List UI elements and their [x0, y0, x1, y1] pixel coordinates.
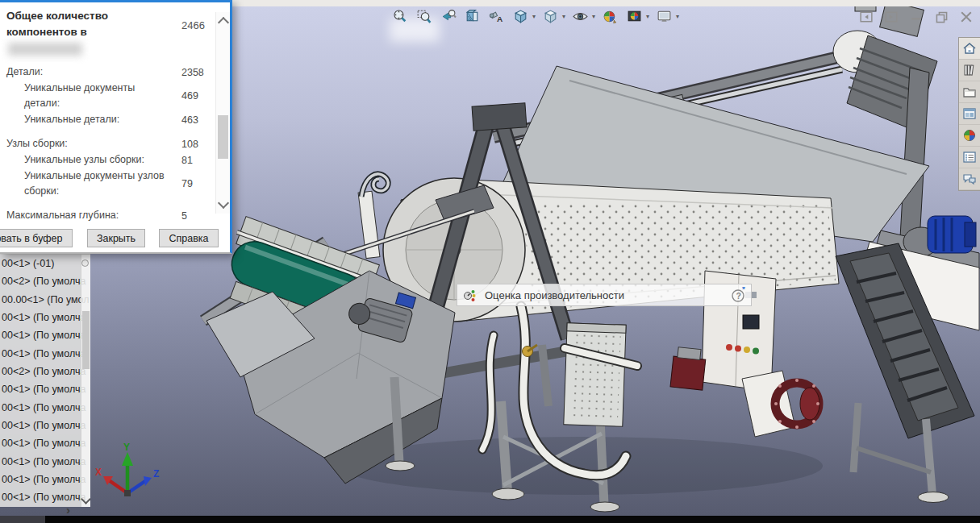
feature-tree-item[interactable]: 00<1> (По умолча: [0, 380, 90, 398]
gearmotor: [833, 6, 937, 131]
stat-value: 469: [181, 89, 198, 104]
pane-toggle-right-button[interactable]: [884, 10, 899, 24]
display-style-dropdown[interactable]: ▾: [562, 13, 565, 20]
taskpane-file-explorer-button[interactable]: [959, 81, 980, 103]
pipe-flange: [742, 371, 819, 437]
section-view-icon: [464, 8, 481, 25]
stat-value: 2358: [181, 64, 204, 80]
stat-label: Уникальные детали:: [6, 112, 165, 127]
taskpane-appearances-button[interactable]: [959, 125, 980, 147]
silver-rail: [248, 211, 474, 285]
stat-value: 5: [181, 208, 187, 223]
scroll-down-icon[interactable]: [218, 197, 229, 209]
hide-show-items-dropdown[interactable]: ▾: [592, 13, 595, 20]
hopper-motor: [345, 293, 416, 343]
scroll-up-icon[interactable]: [218, 17, 229, 28]
close-icon: [959, 10, 974, 24]
tree-scrollbar-thumb[interactable]: [82, 311, 90, 369]
annotation-views-button[interactable]: A: [487, 7, 506, 26]
feature-tree-item[interactable]: 00<2> (По умолча: [0, 363, 90, 380]
view-palette-icon: [961, 106, 978, 122]
close-window-button[interactable]: [959, 10, 974, 24]
feature-tree-item[interactable]: 00<1> (По умолча: [0, 488, 90, 506]
zoom-to-area-button[interactable]: [415, 7, 433, 26]
machine-legs: [386, 345, 619, 512]
hide-show-items-icon: [572, 8, 589, 25]
bottom-bar-left-segment: [0, 516, 45, 523]
view-settings-dropdown[interactable]: ▾: [676, 13, 679, 20]
pane-toggle-left-button[interactable]: [859, 10, 874, 24]
feature-tree-item[interactable]: 00.00<1> (По умол: [0, 291, 90, 309]
edit-appearance-button[interactable]: [601, 7, 619, 26]
forum-chat-icon: [961, 171, 978, 187]
apply-scene-icon: [626, 8, 643, 25]
feature-tree-item[interactable]: 00<1> (По умолча: [0, 471, 90, 488]
perforated-box: [564, 323, 626, 426]
pane-toggle-right-icon: [885, 10, 898, 23]
stat-label: Максимальная глубина:: [6, 208, 165, 223]
feature-tree-item[interactable]: 00<2> (По умолча: [0, 272, 90, 290]
copy-to-clipboard-button[interactable]: ировать в буфер: [0, 229, 73, 247]
drum-cover: [500, 66, 929, 242]
taskpane-design-library-button[interactable]: [959, 60, 980, 81]
dialog-title: Общее количество компонентов в: [6, 8, 165, 39]
window-controls: [859, 10, 974, 24]
feature-tree-item[interactable]: 00<1> (По умолча: [0, 399, 90, 417]
design-library-icon: [961, 62, 978, 78]
feature-tree-item[interactable]: 00<1> (-01): [0, 255, 90, 272]
close-dialog-button[interactable]: Закрыть: [87, 229, 145, 247]
task-pane: [958, 37, 980, 191]
tree-scrollbar[interactable]: [81, 255, 90, 507]
taskpane-home-button[interactable]: [959, 38, 980, 60]
stat-value: 81: [181, 152, 193, 168]
minimize-button[interactable]: [909, 10, 924, 24]
brush-roller: [215, 215, 384, 343]
breadcrumb-expand-chevron[interactable]: ›: [66, 504, 70, 516]
restore-button[interactable]: [934, 10, 949, 24]
coordinate-triad: X Y Z: [95, 443, 163, 506]
stat-row: Узлы сборки: 108: [6, 136, 216, 152]
zoom-to-fit-button[interactable]: [390, 7, 409, 26]
blue-motor: [903, 216, 976, 256]
view-orientation-dropdown[interactable]: ▾: [532, 13, 536, 20]
hide-show-items-button[interactable]: [571, 7, 590, 26]
dialog-scrollbar-thumb[interactable]: [218, 115, 228, 159]
dialog-body: Общее количество компонентов в 2466 Дета…: [0, 2, 216, 225]
feature-tree-item[interactable]: 00<1> (По умолча: [0, 345, 90, 363]
svg-text:*: *: [742, 287, 745, 294]
feed-hopper: [206, 271, 455, 484]
stat-label: Число компонентов верхнего уровня:: [6, 224, 165, 225]
total-components-value: 2466: [181, 19, 205, 31]
stat-label: Уникальные документы детали:: [6, 81, 165, 111]
view-settings-button[interactable]: [655, 7, 673, 26]
view-orientation-icon: [512, 8, 529, 25]
tree-scroll-down-icon[interactable]: [81, 494, 90, 504]
stat-row: Детали: 2358: [6, 64, 216, 80]
feature-tree-item[interactable]: 00<1> (По умолча: [0, 309, 90, 326]
dialog-scrollbar[interactable]: [215, 12, 230, 214]
taskpane-custom-properties-button[interactable]: [959, 147, 980, 168]
taskpane-view-palette-button[interactable]: [959, 103, 980, 125]
apply-scene-dropdown[interactable]: ▾: [646, 13, 649, 20]
view-orientation-button[interactable]: [511, 7, 530, 26]
help-dialog-button[interactable]: Справка: [159, 229, 219, 247]
help-button[interactable]: ? *: [731, 287, 747, 303]
edit-appearance-icon: [602, 8, 619, 25]
feature-tree-flyout: 00<1> (-01) 00<2> (По умолча 00.00<1> (П…: [0, 254, 90, 507]
support-column: [899, 68, 929, 269]
feature-tree-item[interactable]: 00<1> (По умолча: [0, 453, 90, 471]
taskpane-forum-button[interactable]: [959, 168, 980, 190]
stat-row: Уникальные детали: 463: [6, 112, 216, 127]
apply-scene-button[interactable]: [625, 7, 644, 26]
display-style-button[interactable]: [541, 7, 560, 26]
minimize-icon: [910, 10, 923, 23]
home-icon: [961, 40, 978, 56]
previous-view-icon: [440, 8, 457, 25]
zoom-to-area-icon: [415, 8, 432, 25]
feature-tree-item[interactable]: 00<1> (По умолча: [0, 326, 90, 344]
performance-evaluation-titlebar[interactable]: Оценка производительности ? *: [457, 284, 752, 306]
feature-tree-item[interactable]: 00<1> (По умолча: [0, 417, 90, 434]
feature-tree-item[interactable]: 00<1> (По умолча: [0, 434, 90, 452]
previous-view-button[interactable]: [439, 7, 457, 26]
section-view-button[interactable]: [463, 7, 482, 26]
